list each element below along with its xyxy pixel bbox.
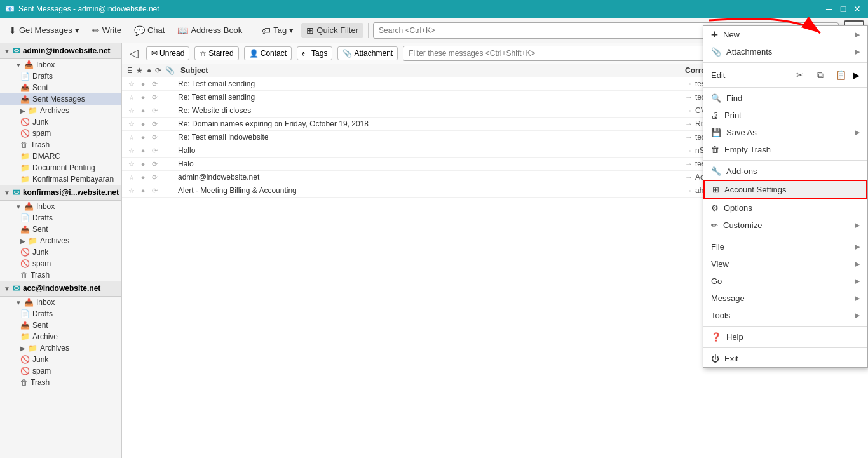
folder-label: Drafts xyxy=(32,309,53,318)
menu-item-save-as[interactable]: 💾 Save As ▶ xyxy=(703,124,867,141)
unread-filter-button[interactable]: ✉ Unread xyxy=(146,46,189,60)
sidebar-item-archives-1[interactable]: ▶ 📁 Archives xyxy=(0,105,121,116)
sidebar-item-junk-1[interactable]: 🚫 Junk xyxy=(0,116,121,128)
folder-label: Sent xyxy=(32,83,48,92)
sent-icon: 📤 xyxy=(20,321,30,330)
sidebar-item-sent-1[interactable]: 📤 Sent xyxy=(0,82,121,93)
sidebar-item-spam-3[interactable]: 🚫 spam xyxy=(0,365,121,377)
account-header-konfirmasi[interactable]: ▼ ✉ konfirmasi@i...website.net xyxy=(0,185,121,201)
menu-item-account-settings[interactable]: ⊞ Account Settings xyxy=(703,180,867,199)
menu-label: Exit xyxy=(724,354,738,363)
menu-separator-5 xyxy=(703,326,867,327)
sidebar-item-document-penting[interactable]: 📁 Document Penting xyxy=(0,162,121,173)
menu-item-message[interactable]: Message ▶ xyxy=(703,290,867,307)
paste-button[interactable]: 📋 xyxy=(833,67,848,83)
attachment-filter-button[interactable]: 📎 Attachment xyxy=(337,46,398,60)
drafts-icon: 📄 xyxy=(20,72,30,81)
menu-item-customize[interactable]: ✏ Customize ▶ xyxy=(703,217,867,234)
help-icon: ❓ xyxy=(711,332,721,342)
minimize-button[interactable]: ─ xyxy=(824,3,835,15)
account-icon: ✉ xyxy=(13,46,20,56)
menu-item-tools[interactable]: Tools ▶ xyxy=(703,307,867,324)
starred-filter-button[interactable]: ☆ Starred xyxy=(194,46,238,60)
expand-icon: ▶ xyxy=(20,107,25,114)
menu-item-empty-trash[interactable]: 🗑 Empty Trash xyxy=(703,141,867,158)
menu-item-add-ons[interactable]: 🔧 Add-ons xyxy=(703,163,867,180)
menu-label: File xyxy=(711,242,724,252)
menu-label: Attachments xyxy=(726,47,772,57)
close-button[interactable]: ✕ xyxy=(851,3,863,15)
sidebar-item-drafts-1[interactable]: 📄 Drafts xyxy=(0,71,121,82)
sidebar-item-sent-3[interactable]: 📤 Sent xyxy=(0,320,121,331)
address-book-button[interactable]: 📖 Address Book xyxy=(172,23,247,38)
menu-item-new[interactable]: ✚ New ▶ xyxy=(703,26,867,43)
get-messages-button[interactable]: ⬇ Get Messages ▾ xyxy=(4,23,85,38)
quick-filter-button[interactable]: ⊞ Quick Filter xyxy=(301,23,363,38)
cut-button[interactable]: ✂ xyxy=(792,67,808,83)
arrow-icon: → xyxy=(685,173,693,182)
copy-button[interactable]: ⧉ xyxy=(813,67,828,83)
star-icon: ☆ xyxy=(127,187,136,195)
account-icon: ✉ xyxy=(13,283,20,293)
message-icons: ☆ ● ⟳ xyxy=(127,147,178,155)
message-subject: Re: Test email indowebsite xyxy=(178,133,685,142)
archives-icon: 📁 xyxy=(28,106,37,115)
sidebar-item-sent-2[interactable]: 📤 Sent xyxy=(0,224,121,235)
sidebar-item-junk-3[interactable]: 🚫 Junk xyxy=(0,354,121,365)
menu-separator-1 xyxy=(703,62,867,63)
menu-item-attachments[interactable]: 📎 Attachments ▶ xyxy=(703,43,867,60)
sidebar-item-archives-2[interactable]: ▶ 📁 Archives xyxy=(0,235,121,246)
sidebar-item-archives-3[interactable]: ▶ 📁 Archives xyxy=(0,342,121,354)
write-button[interactable]: ✏ Write xyxy=(87,23,126,38)
folder-icon: 📁 xyxy=(20,175,30,184)
star-icon: ☆ xyxy=(127,120,136,128)
chevron-right-icon: ▶ xyxy=(855,30,860,39)
tags-filter-button[interactable]: 🏷 Tags xyxy=(297,46,332,60)
menu-item-print[interactable]: 🖨 Print xyxy=(703,107,867,124)
arrow-icon: → xyxy=(685,93,693,102)
sidebar-item-trash-1[interactable]: 🗑 Trash xyxy=(0,139,121,151)
sidebar-item-konfirmasi-pembayaran[interactable]: 📁 Konfirmasi Pembayaran xyxy=(0,173,121,185)
sidebar-item-inbox-3[interactable]: ▼ 📥 Inbox xyxy=(0,297,121,308)
title-bar: 📧 Sent Messages - admin@indowebsite.net … xyxy=(0,0,868,18)
account-settings-icon: ⊞ xyxy=(712,185,719,194)
sidebar-item-spam-2[interactable]: 🚫 spam xyxy=(0,258,121,269)
folder-label: Sent Messages xyxy=(32,95,85,104)
sidebar-item-archive-3[interactable]: 📁 Archive xyxy=(0,331,121,342)
menu-item-help[interactable]: ❓ Help xyxy=(703,328,867,346)
chat-button[interactable]: 💬 Chat xyxy=(129,23,170,38)
account-icon: ✉ xyxy=(13,187,20,198)
maximize-button[interactable]: □ xyxy=(837,3,849,15)
menu-label: New xyxy=(723,30,740,39)
thread-icon: ⟳ xyxy=(150,107,159,115)
sidebar-item-sent-messages[interactable]: 📤 Sent Messages xyxy=(0,93,121,105)
contact-filter-button[interactable]: 👤 Contact xyxy=(244,46,292,60)
sidebar-item-inbox-1[interactable]: ▼ 📥 Inbox xyxy=(0,59,121,71)
sidebar-item-drafts-3[interactable]: 📄 Drafts xyxy=(0,308,121,320)
menu-item-exit[interactable]: ⏻ Exit xyxy=(703,350,867,367)
account-header-acc[interactable]: ▼ ✉ acc@indowebsite.net xyxy=(0,281,121,297)
menu-item-go[interactable]: Go ▶ xyxy=(703,273,867,290)
sidebar-item-junk-2[interactable]: 🚫 Junk xyxy=(0,246,121,258)
get-messages-icon: ⬇ xyxy=(9,25,17,36)
sidebar-item-trash-2[interactable]: 🗑 Trash xyxy=(0,269,121,281)
menu-item-options[interactable]: ⚙ Options xyxy=(703,199,867,217)
sidebar-item-inbox-2[interactable]: ▼ 📥 Inbox xyxy=(0,201,121,212)
sent-icon: 📤 xyxy=(20,225,30,234)
menu-item-view[interactable]: View ▶ xyxy=(703,255,867,273)
sidebar-item-spam-1[interactable]: 🚫 spam xyxy=(0,128,121,139)
sidebar-item-dmarc[interactable]: 📁 DMARC xyxy=(0,151,121,162)
arrow-icon: → xyxy=(685,159,693,168)
sidebar-item-trash-3[interactable]: 🗑 Trash xyxy=(0,377,121,388)
menu-label: Print xyxy=(724,111,742,120)
sidebar-item-drafts-2[interactable]: 📄 Drafts xyxy=(0,212,121,224)
back-button[interactable]: ◁ xyxy=(127,46,141,60)
expand-icon: ▼ xyxy=(4,285,10,292)
menu-item-find[interactable]: 🔍 Find xyxy=(703,90,867,107)
tag-button[interactable]: 🏷 Tag ▾ xyxy=(257,23,299,38)
menu-item-file[interactable]: File ▶ xyxy=(703,238,867,255)
message-subject: admin@indowebsite.net xyxy=(178,173,685,182)
read-icon: ● xyxy=(139,107,147,114)
account-header-admin[interactable]: ▼ ✉ admin@indowebsite.net xyxy=(0,43,121,59)
message-subject: Alert - Meeting Billing & Accounting xyxy=(178,186,685,195)
